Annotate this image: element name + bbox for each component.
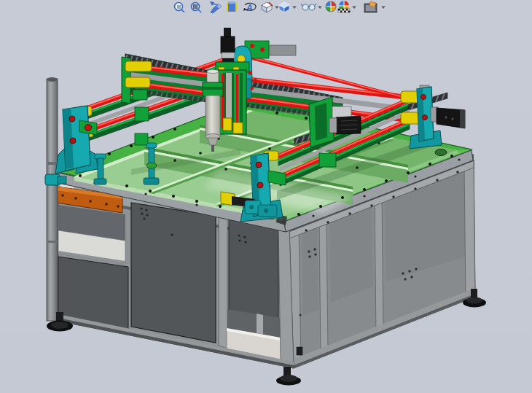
svg-text:A: A: [246, 3, 253, 13]
